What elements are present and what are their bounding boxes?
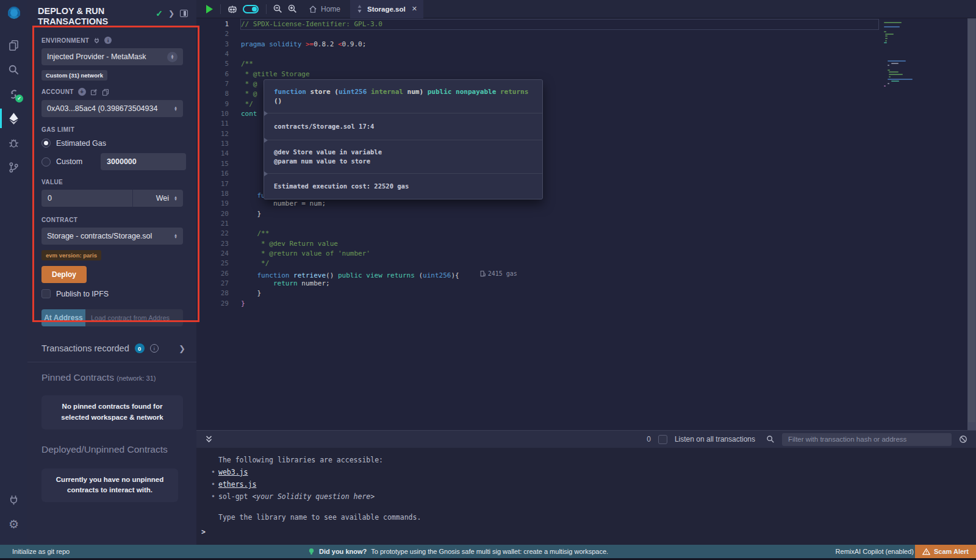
clear-console-icon[interactable] xyxy=(959,435,967,443)
tab-storage-sol[interactable]: Storage.sol ✕ xyxy=(350,0,423,18)
account-select[interactable]: 0xA03...85ac4 (0.398673504934 ▲▼ xyxy=(41,100,183,117)
value-unit-select[interactable]: Wei ▲▼ xyxy=(133,190,183,207)
minimap-line xyxy=(884,22,902,23)
line-number: 8 xyxy=(196,89,229,99)
compile-success-badge: ✓ xyxy=(15,95,23,102)
transactions-info-icon[interactable]: i xyxy=(150,344,159,353)
sign-message-icon[interactable] xyxy=(90,88,98,96)
deploy-button[interactable]: Deploy xyxy=(41,266,87,283)
line-number: 2 xyxy=(196,29,229,39)
estimated-gas-radio[interactable] xyxy=(41,138,51,148)
minimap-line xyxy=(889,74,903,75)
git-init-button[interactable]: Initialize as git repo xyxy=(12,545,70,558)
solidity-file-icon xyxy=(356,5,363,13)
line-number: 6 xyxy=(196,70,229,79)
solidity-compiler-icon[interactable]: ✓ xyxy=(0,82,27,106)
account-label: ACCOUNT xyxy=(41,88,74,95)
home-tab[interactable]: Home xyxy=(309,5,340,13)
value-input[interactable] xyxy=(41,190,133,207)
line-number: 24 xyxy=(196,249,229,259)
copilot-toggle[interactable] xyxy=(243,5,259,13)
line-number: 21 xyxy=(196,219,229,229)
scam-alert-button[interactable]: Scam Alert xyxy=(915,545,976,558)
line-number: 13 xyxy=(196,139,229,149)
line-number: 11 xyxy=(196,119,229,129)
transactions-recorded-row[interactable]: Transactions recorded 0 i ❯ xyxy=(27,334,196,362)
custom-gas-radio[interactable] xyxy=(41,157,51,167)
editor-column: Home Storage.sol ✕ 123456789101112131415… xyxy=(196,0,976,545)
code-line: function retrieve() public view returns … xyxy=(241,269,878,279)
line-number: 7 xyxy=(196,79,229,89)
expand-transactions-icon[interactable]: ❯ xyxy=(179,344,185,353)
create-account-icon[interactable]: + xyxy=(78,88,86,96)
home-icon xyxy=(309,5,317,13)
remix-logo[interactable] xyxy=(4,4,24,24)
listen-all-transactions-checkbox[interactable] xyxy=(658,435,667,444)
chevron-right-icon[interactable]: ❯ xyxy=(168,9,174,18)
tooltip-file-location: contracts/Storage.sol 17:4 xyxy=(264,113,542,140)
code-line: * @return value of 'number' xyxy=(241,249,878,259)
environment-info-icon[interactable]: i xyxy=(104,37,112,44)
copilot-status[interactable]: RemixAI Copilot (enabled) xyxy=(836,545,914,558)
publish-ipfs-label: Publish to IPFS xyxy=(56,290,109,298)
code-line: // SPDX-License-Identifier: GPL-3.0 xyxy=(241,20,878,29)
transaction-filter-input[interactable] xyxy=(782,433,952,446)
terminal-prompt[interactable]: > xyxy=(201,528,206,536)
editor-toolbar: Home Storage.sol ✕ xyxy=(196,0,976,18)
custom-gas-label: Custom xyxy=(56,157,82,166)
at-address-input[interactable] xyxy=(85,309,183,326)
contract-select[interactable]: Storage - contracts/Storage.sol ▲▼ xyxy=(41,228,183,245)
minimap-line xyxy=(889,71,899,73)
at-address-button[interactable]: At Address xyxy=(41,309,85,326)
search-icon[interactable] xyxy=(0,57,27,82)
git-icon[interactable] xyxy=(0,155,27,179)
plug-icon[interactable] xyxy=(0,487,27,512)
minimap-line xyxy=(885,34,894,35)
pinned-contracts-title: Pinned Contracts (network: 31) xyxy=(27,362,196,383)
line-number: 19 xyxy=(196,199,229,209)
deploy-run-icon[interactable] xyxy=(0,106,27,131)
environment-select[interactable]: Injected Provider - MetaMask ▲▼ xyxy=(41,48,183,65)
transactions-recorded-label: Transactions recorded xyxy=(41,343,129,353)
terminal-line: •web3.js xyxy=(196,466,976,478)
code-line: /** xyxy=(241,229,878,239)
ai-robot-icon[interactable] xyxy=(227,4,238,15)
terminal[interactable]: The following libraries are accessible:•… xyxy=(196,448,976,545)
code-editor[interactable]: 1234567891011121314151617181920212223242… xyxy=(196,18,976,430)
settings-gear-icon[interactable]: ⚙ xyxy=(0,512,27,536)
collapse-terminal-icon[interactable] xyxy=(205,435,213,443)
listen-all-transactions-label: Listen on all transactions xyxy=(675,435,755,443)
zoom-out-icon[interactable] xyxy=(273,4,283,14)
debugger-icon[interactable] xyxy=(0,131,27,155)
select-arrows-icon: ▲▼ xyxy=(174,234,178,239)
file-explorer-icon[interactable] xyxy=(0,33,27,57)
custom-gas-input[interactable] xyxy=(101,153,186,170)
publish-ipfs-checkbox[interactable] xyxy=(41,289,51,298)
minimap-line xyxy=(888,70,890,71)
editor-scrollbar[interactable] xyxy=(967,18,976,430)
panel-header: DEPLOY & RUN TRANSACTIONS ✓ ❯ xyxy=(27,0,196,29)
evm-version-badge: evm version: paris xyxy=(41,250,101,260)
copy-account-icon[interactable] xyxy=(102,88,109,96)
remix-ide-window: ✓ ⚙ DEPLOY & RUN TRANSACTIONS ✓ ❯ xyxy=(0,0,976,560)
run-script-play-icon[interactable] xyxy=(206,5,213,13)
code-line xyxy=(241,29,878,39)
pin-panel-icon[interactable] xyxy=(180,10,188,17)
select-arrows-icon: ▲▼ xyxy=(174,196,178,201)
pinned-network-suffix: (network: 31) xyxy=(117,375,156,382)
value-label: VALUE xyxy=(41,179,63,185)
terminal-link[interactable]: ethers.js xyxy=(218,480,256,489)
line-number: 23 xyxy=(196,239,229,249)
code-line: return number; xyxy=(241,279,878,289)
line-number: 5 xyxy=(196,59,229,69)
minimap[interactable] xyxy=(883,18,930,430)
terminal-link[interactable]: web3.js xyxy=(218,468,248,476)
zoom-in-icon[interactable] xyxy=(287,4,298,14)
close-icon[interactable]: ✕ xyxy=(412,5,417,13)
minimap-line xyxy=(885,35,888,37)
function-hover-tooltip: function store (uint256 internal num) pu… xyxy=(264,79,543,199)
line-number: 18 xyxy=(196,189,229,199)
scrollbar-thumb[interactable] xyxy=(968,20,975,422)
line-number: 22 xyxy=(196,229,229,239)
minimap-line xyxy=(885,38,888,39)
